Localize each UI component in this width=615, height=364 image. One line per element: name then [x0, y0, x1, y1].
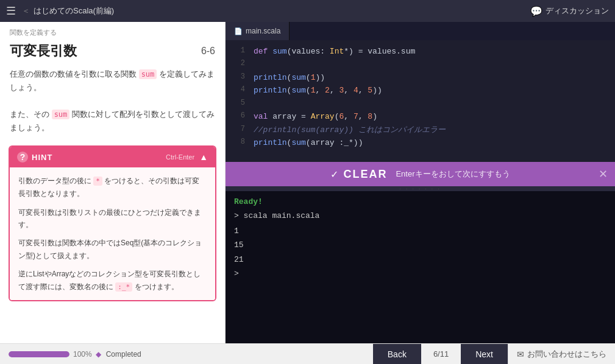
terminal-output-line: 1 — [234, 224, 606, 238]
code-line: 3 println(sum(1)) — [226, 71, 615, 84]
breadcrumb: ＜ はじめてのScala(前編) — [22, 5, 114, 16]
hint-header[interactable]: ? HINT Ctrl-Enter ▲ — [10, 147, 215, 167]
hint-body: 引数のデータ型の後に * をつけると、その引数は可変長引数となります。 可変長引… — [10, 167, 215, 300]
lesson-description: 任意の個数の数値を引数に取る関数 sum を定義してみましょう。 また、その s… — [0, 65, 225, 141]
file-icon: 📄 — [234, 27, 243, 35]
terminal-output-line: 21 — [234, 253, 606, 267]
completed-label: Completed — [106, 350, 141, 359]
code-line: 6 val array = Array(6, 7, 8) — [226, 110, 615, 123]
line-content: //println(sum(array)) これはコンパイルエラー — [254, 124, 446, 136]
progress-marker-icon: ◆ — [96, 350, 101, 359]
hint-box: ? HINT Ctrl-Enter ▲ 引数のデータ型の後に * をつけると、そ… — [9, 145, 216, 301]
code-editor[interactable]: 1 def sum(values: Int*) = values.sum 2 3… — [226, 40, 615, 162]
code-line: 8 println(sum(array :_*)) — [226, 136, 615, 149]
line-number: 4 — [230, 84, 245, 97]
clear-close-icon[interactable]: ✕ — [599, 167, 608, 181]
progress-label: 100% — [73, 350, 92, 359]
hamburger-button[interactable]: ☰ — [6, 4, 16, 18]
resize-handle[interactable]: · · · · · · · — [226, 186, 615, 191]
terminal-output: 1 15 21 — [234, 224, 606, 267]
back-button[interactable]: Back — [373, 344, 421, 365]
tab-label: main.scala — [246, 27, 280, 35]
line-number: 2 — [230, 58, 245, 71]
terminal[interactable]: Ready! > scala main.scala 1 15 21 > — [226, 191, 615, 343]
hint-item: 逆にListやArrayなどのコレクション型を可変長引数として渡す際には、変数名… — [18, 268, 207, 293]
discussion-label: ディスカッション — [546, 5, 609, 16]
line-number: 5 — [230, 97, 245, 110]
line-content — [254, 58, 258, 71]
line-number: 6 — [230, 110, 245, 123]
code-line: 5 — [226, 97, 615, 110]
line-content: val array = Array(6, 7, 8) — [254, 110, 377, 123]
clear-check-icon: ✓ — [330, 169, 338, 180]
page-indicator: 6/11 — [421, 344, 461, 365]
discussion-button[interactable]: 💬 ディスカッション — [530, 5, 609, 17]
lesson-num: 6-6 — [201, 46, 215, 57]
clear-bar[interactable]: ✓ CLEAR Enterキーをおして次にすすもう ✕ — [226, 162, 615, 186]
line-content: println(sum(1, 2, 3, 4, 5)) — [254, 84, 382, 97]
terminal-prompt: > — [234, 269, 606, 278]
clear-label: CLEAR — [343, 168, 387, 181]
code-tab-main-scala[interactable]: 📄 main.scala — [226, 22, 290, 40]
breadcrumb-title: はじめてのScala(前編) — [34, 5, 114, 16]
line-content — [254, 97, 258, 110]
contact-button[interactable]: ✉ お問い合わせはこちら — [508, 344, 615, 365]
line-number: 7 — [230, 124, 245, 136]
hint-label: HINT — [32, 153, 166, 162]
footer-nav: Back 6/11 Next ✉ お問い合わせはこちら — [373, 344, 615, 364]
discussion-icon: 💬 — [530, 5, 542, 17]
section-label: 関数を定義する — [0, 22, 225, 40]
hint-shortcut: Ctrl-Enter — [166, 153, 194, 161]
progress-bar-container — [9, 351, 69, 357]
line-number: 8 — [230, 136, 245, 149]
mail-icon: ✉ — [517, 349, 524, 359]
hint-arrow-icon: ▲ — [199, 152, 208, 162]
line-number: 3 — [230, 71, 245, 84]
line-number: 1 — [230, 45, 245, 58]
hint-item: 可変長引数は引数リストの最後にひとつだけ定義できます。 — [18, 206, 207, 231]
clear-sub-text: Enterキーをおして次にすすもう — [396, 169, 510, 180]
line-content: println(sum(array :_*)) — [254, 136, 363, 149]
code-line: 7 //println(sum(array)) これはコンパイルエラー — [226, 124, 615, 136]
terminal-ready: Ready! — [234, 197, 606, 206]
terminal-output-line: 15 — [234, 238, 606, 252]
code-line: 1 def sum(values: Int*) = values.sum — [226, 45, 615, 58]
hint-item: 引数のデータ型の後に * をつけると、その引数は可変長引数となります。 — [18, 175, 207, 200]
progress-bar-fill — [9, 351, 69, 357]
code-line: 4 println(sum(1, 2, 3, 4, 5)) — [226, 84, 615, 97]
lesson-title: 可変長引数 — [10, 42, 77, 60]
contact-label: お問い合わせはこちら — [527, 349, 606, 360]
breadcrumb-arrow: ＜ — [22, 5, 30, 16]
terminal-command: > scala main.scala — [234, 211, 606, 220]
hint-icon: ? — [17, 152, 28, 163]
next-button[interactable]: Next — [461, 344, 508, 365]
code-line: 2 — [226, 58, 615, 71]
line-content: def sum(values: Int*) = values.sum — [254, 45, 415, 58]
code-tab-bar: 📄 main.scala — [226, 22, 615, 40]
hint-item: 可変長引数は関数本体の中ではSeq型(基本のコレクション型)として扱えます。 — [18, 237, 207, 262]
line-content: println(sum(1)) — [254, 71, 325, 84]
